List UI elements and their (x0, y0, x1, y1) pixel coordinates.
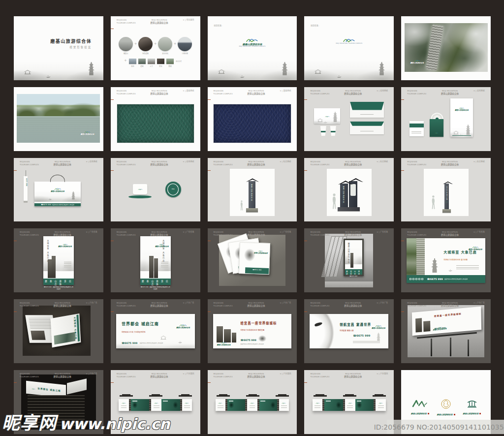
header-left: MOJISHANTOURISM COMPLEX (407, 160, 426, 167)
red-tick (111, 311, 114, 312)
logo-variant-mountain-strokes (411, 399, 428, 408)
text-line (411, 133, 421, 133)
pagoda-icon (378, 62, 385, 76)
ad-paragraph (456, 264, 479, 270)
panel-title (260, 401, 265, 402)
header-section-label: + | 广告形象 (473, 231, 485, 237)
analysis-circle-item: 三峡风情 (178, 37, 192, 55)
header-left: MOJISHANTOURISM COMPLEX (214, 90, 233, 96)
text-line (161, 262, 168, 262)
bag-handle (50, 175, 65, 182)
poster-vertical-text: 磨基山旅游综合体 (347, 243, 350, 264)
totem-text: 磨基山旅游综合体 (343, 186, 345, 203)
totem-slab: 磨基山旅游综合体 (340, 184, 347, 207)
header-center: MOJI MOUNTAIN磨基山旅游综合体 (151, 160, 168, 167)
thumb-caption: 建筑 (140, 65, 143, 67)
brand-logo-name: 磨基山旅游综合体 (217, 344, 230, 346)
text-line (456, 267, 479, 268)
lake-mountains (17, 99, 100, 117)
band-phone: ☎6675 999 宜昌市磨基山旅游综合体营销中心恭迎品鉴 (43, 286, 74, 290)
envelope-flap (350, 102, 384, 110)
header-section-label: + | 广告形象 (183, 231, 194, 237)
flyer-ink (242, 247, 257, 264)
ad-board: 磨基山旅游综合体大城将至 大象已启世界级文化旅游综合体 盛大启幕☎6675 99… (407, 238, 485, 283)
poster: 大城将至 大象已启磨基山旅游综合体磨 基 山 旅 游 综 合 体☎6675 99… (43, 236, 74, 285)
header-left: MOJISHANTOURISM COMPLEX (310, 160, 329, 167)
header-center: MOJI MOUNTAIN磨基山旅游综合体 (344, 231, 362, 237)
poster: 大城将至 大象已启磨基山旅游综合体磨 基 山 旅 游 综 合 体☎6675 99… (140, 236, 171, 285)
totem-base (442, 209, 451, 213)
brand-logo: 磨基山旅游综合体 (176, 323, 190, 329)
saucer (128, 195, 152, 198)
building-tower (423, 320, 430, 332)
brand-logo: 磨基山旅游综合体 (81, 130, 94, 136)
header-section-label: + | 项目感悟 (183, 19, 194, 25)
panel-image (335, 401, 342, 410)
header-left: MOJISHANTOURISM COMPLEX (214, 231, 233, 237)
color-swatch (214, 104, 290, 143)
paper-cup (329, 126, 337, 136)
page-photo (54, 332, 75, 344)
ad-subline: 世界级文化旅游综合体 盛大启幕 (443, 258, 468, 261)
header-left: MOJISHANTOURISM COMPLEX (214, 302, 233, 308)
coaster: MOJI (165, 182, 181, 197)
header-center: MOJI MOUNTAIN磨基山旅游综合体 (247, 90, 265, 96)
header-left: MOJISHANTOURISM COMPLEX (407, 302, 426, 308)
slide-header: MOJISHANTOURISM COMPLEXMOJI MOUNTAIN磨基山旅… (407, 231, 485, 237)
header-left: MOJISHANTOURISM COMPLEX (310, 302, 329, 308)
analysis-circle-item: 磨基山 (119, 37, 133, 55)
pavilion-icon (453, 131, 459, 134)
red-seal (454, 414, 455, 415)
pen-phone-text: 6675 999 (24, 178, 28, 186)
header-section-label: + | 应用系统 (473, 90, 485, 96)
thumb-photo (148, 59, 155, 64)
analysis-thumb-item: 建筑 (138, 59, 146, 67)
plus-sign: + (154, 42, 157, 50)
thumb-caption: 民俗 (159, 65, 162, 67)
slide-header: MOJISHANTOURISM COMPLEXMOJI MOUNTAIN磨基山旅… (20, 373, 97, 379)
panel-image (228, 401, 234, 410)
person-silhouette (331, 193, 337, 210)
header-section-label: + | 标识系统 (280, 160, 291, 167)
slides-grid: 磨基山旅游综合体视觉形象提案MOJISHANTOURISM COMPLEXMOJ… (14, 16, 491, 434)
letterhead-rule (452, 135, 471, 136)
slide-header: MOJISHANTOURISM COMPLEXMOJI MOUNTAIN磨基山旅… (20, 302, 97, 308)
header-left: MOJISHANTOURISM COMPLEX (310, 90, 329, 96)
cover-title: 磨基山旅游综合体 (50, 38, 92, 44)
text-line (411, 131, 421, 132)
poster-green-band: 磨 基 山 旅 游 综 合 体☎6675 999 宜昌市磨基山旅游综合体营销中心… (43, 279, 74, 285)
building-tower (149, 256, 154, 278)
thumb-caption: 城市 (131, 65, 134, 67)
header-left: MOJISHANTOURISM COMPLEX (20, 302, 39, 308)
corner-tag: 视觉形象 · (311, 24, 320, 27)
header-left: MOJISHANTOURISM COMPLEX (407, 231, 426, 237)
logo-mountain-icon (32, 388, 36, 390)
photo-lake: 磨基山旅游综合体 (17, 94, 100, 143)
ink-wash (304, 60, 394, 80)
header-left: MOJISHANTOURISM COMPLEX (310, 231, 329, 237)
slide-r6-c3: MOJISHANTOURISM COMPLEXMOJI MOUNTAIN磨基山旅… (208, 370, 297, 434)
ink-wash (450, 127, 472, 138)
slide-header: MOJISHANTOURISM COMPLEXMOJI MOUNTAIN磨基山旅… (407, 90, 485, 96)
slide-r5-c2: MOJISHANTOURISM COMPLEXMOJI MOUNTAIN磨基山旅… (111, 299, 200, 363)
envelope (350, 122, 384, 134)
slide-r2-c3: MOJISHANTOURISM COMPLEXMOJI MOUNTAIN磨基山旅… (208, 87, 297, 151)
bus-shelter-photo: 磨基山旅游综合体磨 基 山 旅 游 综 合 体☎6675 999 (325, 234, 373, 287)
building-tower (154, 258, 158, 278)
variant-caption: 磨基山旅游综合体 (460, 412, 483, 415)
header-center: MOJI MOUNTAIN磨基山旅游综合体 (54, 373, 71, 379)
slide-r3-c5: MOJISHANTOURISM COMPLEXMOJI MOUNTAIN磨基山旅… (401, 158, 491, 222)
logo-mountain-icon (138, 188, 143, 190)
red-tick (304, 241, 307, 241)
logo-mountain-icon (435, 132, 439, 134)
roof-cap (179, 395, 192, 397)
logo-variant-gold-seal (441, 399, 451, 409)
red-tick (111, 99, 114, 100)
billboard-banner: 给宜昌一座世界级城标世界级文化旅游综合体 敬献宜昌磨基山旅游综合体☎6675 9… (213, 314, 292, 348)
red-tick (401, 241, 404, 241)
totem-photo: 磨基山旅游综合体 (327, 169, 372, 216)
red-tick (304, 382, 307, 383)
hoarding-green-panel (355, 399, 374, 411)
brand-logo: 磨基山旅游综合体MOJI MOUNTAIN TOURISM COMPLEX (239, 37, 265, 48)
billboard-banner: 领航宜昌 宴遇世界磨基山旅游综合体世界盛宴 磨基山巅☎6675 999 (310, 314, 388, 348)
